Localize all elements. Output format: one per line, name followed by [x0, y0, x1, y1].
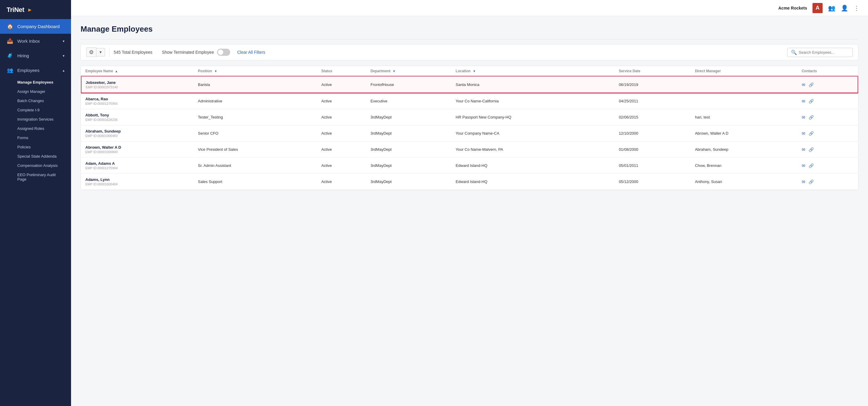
cell-contacts: ✉ 🔗	[798, 125, 858, 142]
sub-nav-policies[interactable]: Policies	[0, 143, 71, 152]
sub-nav-immigration-services[interactable]: Immigration Services	[0, 115, 71, 124]
cell-status: Active	[317, 125, 366, 142]
cell-location: Edward Island-HQ	[452, 174, 615, 190]
cell-department: Executive	[366, 93, 451, 109]
dropdown-arrow-icon[interactable]: ▼	[96, 48, 105, 56]
search-input[interactable]	[799, 50, 846, 55]
user-icon[interactable]: 👤	[841, 4, 848, 12]
sub-nav-eeo-audit[interactable]: EEO Preliminary Audit Page	[0, 170, 71, 184]
cell-department: 3rdMayDept	[366, 174, 451, 190]
sub-nav-compensation-analysis[interactable]: Compensation Analysis	[0, 161, 71, 170]
link-icon[interactable]: 🔗	[809, 163, 814, 168]
team-icon[interactable]: 👥	[828, 4, 835, 12]
filter-icon: ▼	[393, 69, 396, 73]
settings-gear-icon[interactable]: ⚙	[86, 48, 96, 57]
link-icon[interactable]: 🔗	[809, 99, 814, 103]
clear-all-filters-button[interactable]: Clear All Filters	[237, 50, 787, 55]
employee-name: Adam, Adams A	[85, 161, 190, 166]
sidebar-item-work-inbox[interactable]: 📥 Work Inbox ▾	[0, 34, 71, 49]
cell-service-date: 05/01/2011	[615, 158, 691, 174]
table-row[interactable]: Adams, Lynn EMP ID:00001000484 Sales Sup…	[81, 174, 858, 190]
cell-department: FrontofHouse	[366, 76, 451, 93]
sub-nav-special-state-addenda[interactable]: Special State Addenda	[0, 152, 71, 161]
cell-service-date: 04/25/2011	[615, 93, 691, 109]
cell-position: Tester_Testing	[194, 109, 317, 125]
employees-table: Employee Name ▲ Position ▼ Status Depart…	[81, 66, 858, 190]
employee-name: Abbott, Tony	[85, 113, 190, 117]
table-row[interactable]: Abarca, Rao EMP ID:00001275956 Administr…	[81, 93, 858, 109]
col-employee-name[interactable]: Employee Name ▲	[81, 66, 194, 76]
sidebar-item-label: Company Dashboard	[17, 24, 60, 29]
link-icon[interactable]: 🔗	[809, 131, 814, 136]
filter-icon: ▼	[214, 69, 217, 73]
sub-nav-manage-employees[interactable]: Manage Employees	[0, 77, 71, 87]
col-service-date: Service Date	[615, 66, 691, 76]
cell-direct-manager: Chow, Brennan	[691, 158, 797, 174]
col-contacts: Contacts	[798, 66, 858, 76]
table-body: Jobseeker, Jane EMP ID:00001973140 Baris…	[81, 76, 858, 190]
toolbar: ⚙ ▼ 545 Total Employees Show Terminated …	[81, 44, 859, 60]
employee-name: Abrown, Walter A D	[85, 145, 190, 150]
cell-direct-manager: hari, test	[691, 109, 797, 125]
table-row[interactable]: Adam, Adams A EMP ID:00001275994 Sr. Adm…	[81, 158, 858, 174]
employee-id: EMP ID:00001000484	[85, 182, 190, 186]
inbox-icon: 📥	[6, 38, 13, 44]
cell-direct-manager: Abraham, Sundeep	[691, 142, 797, 158]
email-icon[interactable]: ✉	[802, 163, 805, 168]
cell-position: Senior CFO	[194, 125, 317, 142]
col-location[interactable]: Location ▼	[452, 66, 615, 76]
table-row[interactable]: Jobseeker, Jane EMP ID:00001973140 Baris…	[81, 76, 858, 93]
cell-department: 3rdMayDept	[366, 125, 451, 142]
sub-nav-assign-manager[interactable]: Assign Manager	[0, 87, 71, 96]
col-direct-manager: Direct Manager	[691, 66, 797, 76]
home-icon: 🏠	[6, 23, 13, 30]
company-logo-letter: A	[816, 5, 819, 11]
sidebar-item-label: Hiring	[17, 53, 29, 58]
cell-service-date: 12/10/2000	[615, 125, 691, 142]
email-icon[interactable]: ✉	[802, 115, 805, 120]
cell-service-date: 06/19/2019	[615, 76, 691, 93]
link-icon[interactable]: 🔗	[809, 180, 814, 184]
sidebar-item-company-dashboard[interactable]: 🏠 Company Dashboard	[0, 19, 71, 34]
employee-id: EMP ID:00001629236	[85, 118, 190, 122]
terminated-toggle[interactable]	[217, 49, 230, 56]
cell-location: HR Passport New Company-HQ	[452, 109, 615, 125]
main-content: Acme Rockets A 👥 👤 ⋮ Manage Employees ⚙ …	[71, 0, 868, 406]
cell-position: Administrative	[194, 93, 317, 109]
sidebar-item-hiring[interactable]: 🧳 Hiring ▾	[0, 49, 71, 63]
company-name: Acme Rockets	[778, 6, 807, 10]
table-row[interactable]: Abraham, Sundeep EMP ID:00001000483 Seni…	[81, 125, 858, 142]
email-icon[interactable]: ✉	[802, 147, 805, 152]
employee-id: EMP ID:00001275994	[85, 166, 190, 170]
cell-direct-manager	[691, 93, 797, 109]
top-header: Acme Rockets A 👥 👤 ⋮	[71, 0, 868, 16]
cell-contacts: ✉ 🔗	[798, 174, 858, 190]
sub-nav-forms[interactable]: Forms	[0, 133, 71, 143]
link-icon[interactable]: 🔗	[809, 115, 814, 120]
table-row[interactable]: Abrown, Walter A D EMP ID:00001000840 Vi…	[81, 142, 858, 158]
link-icon[interactable]: 🔗	[809, 83, 814, 87]
sidebar-item-employees[interactable]: 👥 Employees ▴	[0, 63, 71, 77]
col-position[interactable]: Position ▼	[194, 66, 317, 76]
sub-nav-batch-changes[interactable]: Batch Changes	[0, 96, 71, 105]
cell-position: Sales Support	[194, 174, 317, 190]
sidebar-nav: 🏠 Company Dashboard 📥 Work Inbox ▾ 🧳 Hir…	[0, 19, 71, 406]
link-icon[interactable]: 🔗	[809, 147, 814, 152]
sub-nav-assigned-roles[interactable]: Assigned Roles	[0, 124, 71, 133]
email-icon[interactable]: ✉	[802, 180, 805, 184]
col-department[interactable]: Department ▼	[366, 66, 451, 76]
cell-location: Edward Island-HQ	[452, 158, 615, 174]
employees-sub-nav: Manage Employees Assign Manager Batch Ch…	[0, 77, 71, 184]
cell-status: Active	[317, 93, 366, 109]
email-icon[interactable]: ✉	[802, 99, 805, 103]
more-icon[interactable]: ⋮	[854, 4, 860, 12]
email-icon[interactable]: ✉	[802, 83, 805, 87]
cell-location: Your Company Name-CA	[452, 125, 615, 142]
employee-name: Adams, Lynn	[85, 177, 190, 182]
cell-contacts: ✉ 🔗	[798, 142, 858, 158]
table-row[interactable]: Abbott, Tony EMP ID:00001629236 Tester_T…	[81, 109, 858, 125]
chevron-up-icon: ▴	[63, 68, 64, 72]
sub-nav-complete-i9[interactable]: Complete I-9	[0, 105, 71, 115]
employees-icon: 👥	[6, 67, 13, 73]
email-icon[interactable]: ✉	[802, 131, 805, 136]
